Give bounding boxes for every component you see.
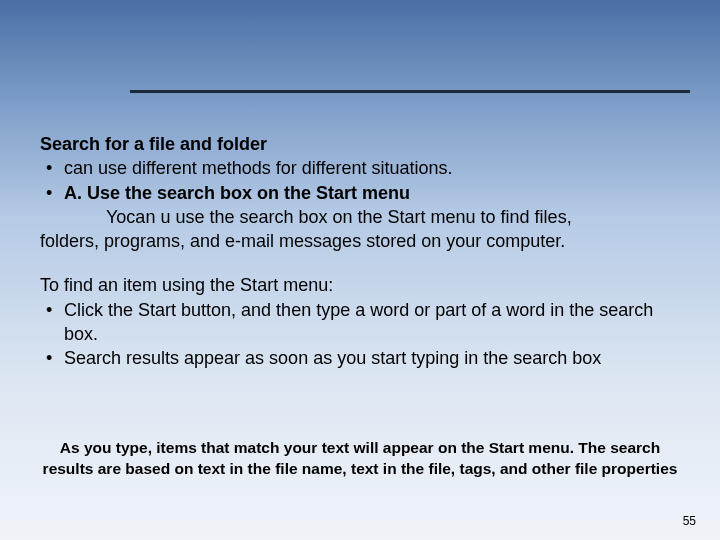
bullet-item: • Search results appear as soon as you s…	[40, 346, 680, 370]
bullet-item: • A. Use the search box on the Start men…	[40, 181, 680, 205]
bullet-text: can use different methods for different …	[64, 156, 680, 180]
bullet-item: • can use different methods for differen…	[40, 156, 680, 180]
paragraph-block: To find an item using the Start menu: • …	[40, 273, 680, 370]
paragraph-heading: To find an item using the Start menu:	[40, 273, 680, 297]
page-number: 55	[683, 514, 696, 528]
title-underline	[130, 90, 690, 93]
bullet-dot-icon: •	[40, 156, 64, 180]
section-title: Search for a file and folder	[40, 132, 680, 156]
bullet-dot-icon: •	[40, 346, 64, 370]
footnote-text: As you type, items that match your text …	[40, 438, 680, 480]
sub-text-line: Yocan u use the search box on the Start …	[40, 205, 680, 229]
bullet-text: Search results appear as soon as you sta…	[64, 346, 680, 370]
bullet-dot-icon: •	[40, 298, 64, 347]
sub-text-line: folders, programs, and e-mail messages s…	[40, 229, 680, 253]
bullet-text: Click the Start button, and then type a …	[64, 298, 680, 347]
slide-content: Search for a file and folder • can use d…	[40, 132, 680, 371]
bullet-item: • Click the Start button, and then type …	[40, 298, 680, 347]
bullet-text: A. Use the search box on the Start menu	[64, 181, 680, 205]
bullet-dot-icon: •	[40, 181, 64, 205]
